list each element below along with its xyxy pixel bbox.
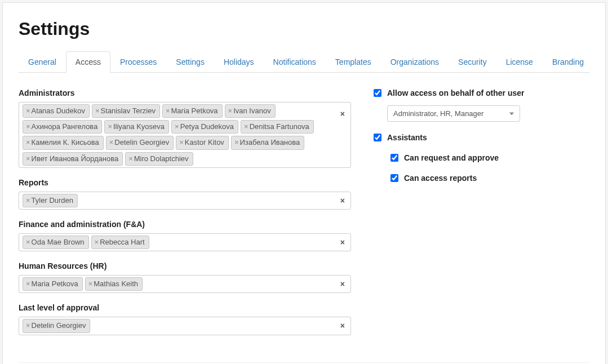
tag-label: Petya Dudekova [180, 122, 234, 132]
tag-item[interactable]: ×Miro Dolaptchiev [125, 152, 193, 166]
tab-templates[interactable]: Templates [326, 51, 381, 73]
tag-label: Maria Petkova [171, 106, 218, 116]
tag-label: Mathias Keith [94, 279, 138, 289]
tag-item[interactable]: ×Ivan Ivanov [225, 104, 276, 118]
remove-icon[interactable]: × [26, 196, 30, 206]
tag-item[interactable]: ×Rebecca Hart [91, 236, 149, 249]
assistants-row: Assistants [374, 133, 589, 142]
remove-icon[interactable]: × [26, 154, 30, 164]
tag-item[interactable]: ×Изабела Иванова [231, 136, 304, 149]
can-request-checkbox[interactable] [390, 154, 398, 162]
remove-icon[interactable]: × [26, 237, 30, 247]
tag-item[interactable]: ×Kastor Kitov [176, 136, 229, 149]
allow-behalf-checkbox[interactable] [374, 89, 381, 97]
can-reports-checkbox[interactable] [390, 174, 398, 182]
remove-icon[interactable]: × [88, 279, 93, 289]
tag-item[interactable]: ×Камелия К. Кисьова [23, 136, 104, 149]
can-request-row: Can request and approve [390, 153, 589, 162]
approval-group: Last level of approval ×Detelin Georgiev… [19, 303, 351, 335]
tab-organizations[interactable]: Organizations [381, 51, 449, 73]
tag-item[interactable]: ×Atanas Dudekov [23, 104, 90, 118]
remove-icon[interactable]: × [26, 279, 30, 289]
tab-holidays[interactable]: Holidays [214, 51, 264, 73]
assistants-checkbox[interactable] [374, 134, 381, 141]
finance-group: Finance and administration (F&A) ×Oda Ma… [19, 220, 351, 251]
tab-bar: GeneralAccessProcessesSettingsHolidaysNo… [19, 51, 589, 73]
remove-icon[interactable]: × [109, 137, 114, 148]
remove-icon[interactable]: × [234, 137, 239, 148]
remove-icon[interactable]: × [128, 154, 133, 164]
tab-license[interactable]: License [496, 51, 543, 73]
remove-icon[interactable]: × [244, 122, 248, 132]
hr-label: Human Resources (HR) [19, 261, 351, 270]
tab-processes[interactable]: Processes [110, 51, 166, 73]
tag-item[interactable]: ×Ахинора Рангелова [23, 120, 102, 134]
tag-label: Rebecca Hart [100, 237, 144, 247]
tag-item[interactable]: ×Denitsa Fartunova [241, 120, 314, 134]
remove-icon[interactable]: × [108, 122, 112, 132]
tag-item[interactable]: ×Stanislav Terziev [92, 104, 160, 118]
approval-input[interactable]: ×Detelin Georgiev× [19, 317, 351, 335]
tag-label: Ivan Ivanov [233, 106, 271, 116]
hr-input[interactable]: ×Maria Petkova×Mathias Keith× [19, 275, 351, 293]
clear-icon[interactable]: × [340, 109, 345, 118]
tag-item[interactable]: ×Detelin Georgiev [23, 319, 90, 332]
remove-icon[interactable]: × [26, 321, 30, 331]
allow-behalf-row: Allow access on behalf of other user [374, 88, 589, 97]
tag-label: Tyler Durden [32, 196, 73, 206]
remove-icon[interactable]: × [175, 122, 179, 132]
can-request-label: Can request and approve [404, 153, 499, 162]
tag-label: Изабела Иванова [239, 137, 300, 148]
tag-item[interactable]: ×Ивет Иванова Йорданова [23, 152, 123, 166]
administrators-label: Administrators [19, 88, 351, 97]
clear-icon[interactable]: × [340, 321, 345, 330]
footer: Go to calendar Save [19, 362, 589, 365]
remove-icon[interactable]: × [26, 122, 30, 132]
administrators-group: Administrators ×Atanas Dudekov×Stanislav… [19, 88, 351, 168]
reports-label: Reports [19, 178, 351, 187]
tag-label: Detelin Georgiev [114, 137, 169, 148]
clear-icon[interactable]: × [340, 238, 345, 247]
tab-general[interactable]: General [19, 51, 66, 73]
can-reports-row: Can access reports [390, 174, 589, 183]
tag-item[interactable]: ×Iliyana Kyoseva [104, 120, 169, 134]
clear-icon[interactable]: × [340, 279, 345, 288]
administrators-input[interactable]: ×Atanas Dudekov×Stanislav Terziev×Maria … [19, 102, 351, 168]
remove-icon[interactable]: × [95, 106, 100, 116]
remove-icon[interactable]: × [26, 137, 30, 148]
tag-item[interactable]: ×Detelin Georgiev [106, 136, 174, 149]
tag-item[interactable]: ×Petya Dudekova [171, 120, 238, 134]
tag-label: Камелия К. Кисьова [32, 137, 99, 148]
tag-label: Oda Mae Brown [32, 237, 85, 247]
finance-label: Finance and administration (F&A) [19, 220, 351, 229]
tag-item[interactable]: ×Mathias Keith [85, 277, 143, 291]
remove-icon[interactable]: × [166, 106, 170, 116]
reports-input[interactable]: ×Tyler Durden× [19, 192, 351, 210]
tag-label: Iliyana Kyoseva [113, 122, 165, 132]
tag-item[interactable]: ×Maria Petkova [23, 277, 83, 291]
behalf-roles-select[interactable]: Administrator, HR, Manager [387, 105, 520, 122]
remove-icon[interactable]: × [26, 106, 30, 116]
remove-icon[interactable]: × [179, 137, 184, 148]
remove-icon[interactable]: × [228, 106, 233, 116]
reports-group: Reports ×Tyler Durden× [19, 178, 351, 210]
tag-label: Stanislav Terziev [101, 106, 156, 116]
tag-label: Atanas Dudekov [32, 106, 85, 116]
finance-input[interactable]: ×Oda Mae Brown×Rebecca Hart× [19, 233, 351, 251]
clear-icon[interactable]: × [340, 196, 345, 205]
tab-branding[interactable]: Branding [543, 51, 593, 73]
tag-label: Miro Dolaptchiev [134, 154, 189, 164]
remove-icon[interactable]: × [95, 237, 99, 247]
hr-group: Human Resources (HR) ×Maria Petkova×Math… [19, 261, 351, 293]
tag-label: Maria Petkova [32, 279, 78, 289]
tag-item[interactable]: ×Oda Mae Brown [23, 236, 89, 249]
tag-item[interactable]: ×Tyler Durden [23, 194, 78, 207]
tab-access[interactable]: Access [66, 51, 110, 73]
tab-settings[interactable]: Settings [166, 51, 214, 73]
assistants-label: Assistants [387, 133, 427, 142]
tag-item[interactable]: ×Maria Petkova [162, 104, 223, 118]
tag-label: Denitsa Fartunova [250, 122, 309, 132]
tab-security[interactable]: Security [449, 51, 496, 73]
tab-notifications[interactable]: Notifications [264, 51, 326, 73]
approval-label: Last level of approval [19, 303, 351, 312]
